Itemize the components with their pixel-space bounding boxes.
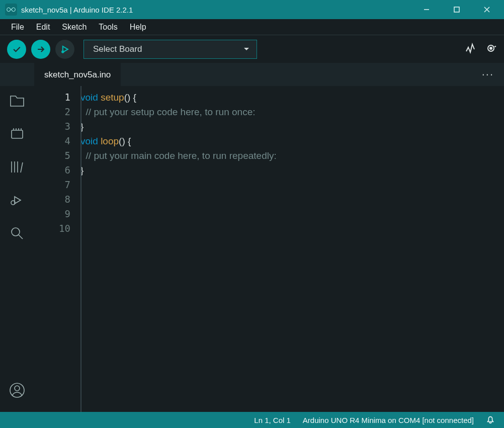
sketchbook-icon[interactable] [9,92,26,111]
tab-bar: sketch_nov5a.ino ··· [34,63,504,86]
code-editor[interactable]: 1 2 3 4 5 6 7 8 9 10 void setup() { // p… [34,86,504,412]
file-tab[interactable]: sketch_nov5a.ino [34,63,121,86]
menu-help[interactable]: Help [124,21,152,34]
menu-tools[interactable]: Tools [93,21,123,34]
file-tab-label: sketch_nov5a.ino [44,70,111,80]
menu-edit[interactable]: Edit [30,21,56,34]
menu-file[interactable]: File [5,21,30,34]
svg-point-6 [12,228,20,236]
svg-point-3 [490,47,492,49]
activity-bar [0,86,34,412]
menu-bar: File Edit Sketch Tools Help [0,19,504,35]
chevron-down-icon [243,47,249,51]
account-icon[interactable] [9,382,26,401]
board-selector[interactable]: Select Board [83,40,257,59]
board-selector-label: Select Board [93,44,142,54]
verify-button[interactable] [7,40,26,59]
title-bar: sketch_nov5a | Arduino IDE 2.2.1 [0,0,504,19]
svg-rect-0 [454,7,459,12]
board-status[interactable]: Arduino UNO R4 Minima on COM4 [not conne… [303,416,474,424]
serial-monitor-button[interactable] [485,42,497,56]
status-bar: Ln 1, Col 1 Arduino UNO R4 Minima on COM… [0,412,504,428]
board-manager-icon[interactable] [9,125,26,144]
menu-sketch[interactable]: Sketch [56,21,93,34]
arduino-logo-icon [5,4,17,16]
code-area[interactable]: void setup() { // put your setup code he… [80,86,504,412]
toolbar: Select Board [0,35,504,63]
notifications-icon[interactable] [486,415,495,425]
debug-button[interactable] [55,40,74,59]
line-gutter: 1 2 3 4 5 6 7 8 9 10 [34,86,80,412]
minimize-button[interactable] [417,3,436,17]
indent-guide [80,86,81,412]
library-manager-icon[interactable] [9,158,26,178]
upload-button[interactable] [31,40,50,59]
tab-overflow-button[interactable]: ··· [472,63,504,86]
debug-icon[interactable] [9,192,26,211]
search-icon[interactable] [9,225,26,244]
serial-plotter-button[interactable] [465,42,477,56]
cursor-position[interactable]: Ln 1, Col 1 [254,416,291,424]
close-button[interactable] [478,3,496,17]
svg-rect-4 [12,130,23,138]
window-title: sketch_nov5a | Arduino IDE 2.2.1 [21,6,417,14]
svg-point-8 [15,386,20,391]
maximize-button[interactable] [448,3,466,17]
